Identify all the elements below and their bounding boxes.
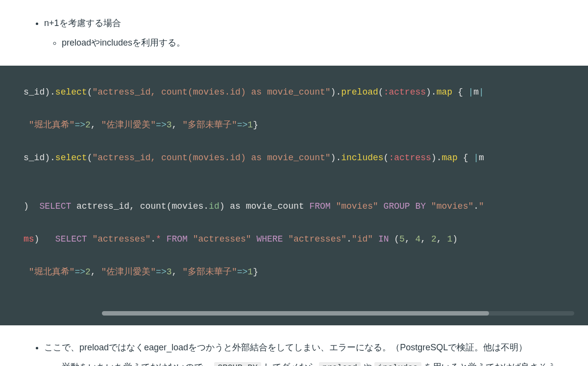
code-block[interactable]: s_id).select("actress_id, count(movies.i…: [0, 66, 588, 325]
top-bullet-list: n+1を考慮する場合 preloadやincludesを利用する。: [0, 15, 588, 51]
list-text: preloadやincludesを利用する。: [62, 38, 185, 48]
list-item: n+1を考慮する場合 preloadやincludesを利用する。: [44, 15, 588, 51]
list-item: preloadやincludesを利用する。: [62, 34, 588, 51]
list-item: ここで、preloadではなくeager_loadをつかうと外部結合をしてしまい…: [44, 339, 588, 366]
list-item: 挙動をいちいち覚えておけないので、 GROUP BY してダメなら preloa…: [62, 359, 588, 366]
bottom-bullet-list: ここで、preloadではなくeager_loadをつかうと外部結合をしてしまい…: [0, 339, 588, 366]
list-text: n+1を考慮する場合: [44, 18, 121, 28]
inline-code: includes: [374, 362, 421, 366]
nested-list: preloadやincludesを利用する。: [44, 34, 588, 51]
inline-code: preload: [319, 362, 361, 366]
article-body: n+1を考慮する場合 preloadやincludesを利用する。 s_id).…: [0, 0, 588, 366]
list-text: ここで、preloadではなくeager_loadをつかうと外部結合をしてしまい…: [44, 342, 527, 352]
code-line: "堀北真希"=>2, "佐津川愛美"=>3, "多部未華子"=>1}: [24, 117, 584, 133]
list-text: してダメなら: [261, 362, 319, 366]
horizontal-scrollbar[interactable]: [102, 311, 574, 316]
inline-code: GROUP BY: [214, 362, 261, 366]
list-text: 挙動をいちいち覚えておけないので、: [62, 362, 214, 366]
nested-list: 挙動をいちいち覚えておけないので、 GROUP BY してダメなら preloa…: [44, 359, 588, 366]
scrollbar-thumb[interactable]: [102, 311, 489, 316]
list-text: や: [361, 362, 374, 366]
code-line: s_id).select("actress_id, count(movies.i…: [24, 150, 584, 166]
code-line: ms) SELECT "actresses".* FROM "actresses…: [24, 231, 584, 247]
code-line: s_id).select("actress_id, count(movies.i…: [24, 84, 584, 100]
code-line: "堀北真希"=>2, "佐津川愛美"=>3, "多部未華子"=>1}: [24, 264, 584, 280]
code-line: ) SELECT actress_id, count(movies.id) as…: [24, 198, 584, 215]
list-text: を用いると覚えておけば良さそう。: [421, 362, 565, 366]
